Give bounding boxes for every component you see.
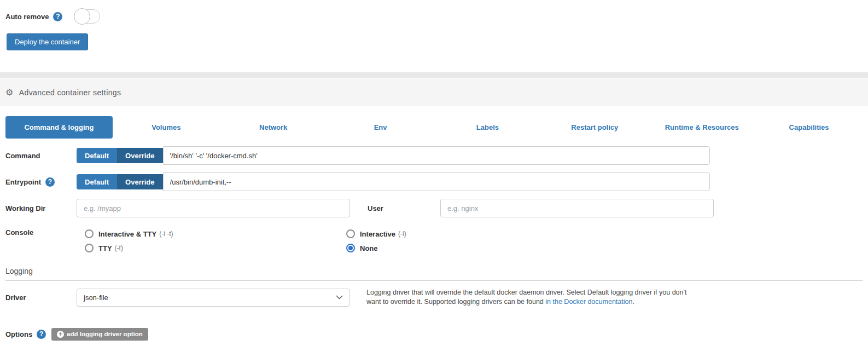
working-dir-label-cell: Working Dir: [5, 204, 77, 212]
console-row: Console Interactive & TTY (-i -t) Intera…: [5, 228, 863, 252]
driver-select-value: json-file: [84, 294, 108, 302]
command-label: Command: [5, 152, 40, 160]
add-logging-driver-option-button[interactable]: + add logging driver option: [51, 328, 148, 341]
logging-section-header: Logging: [5, 267, 863, 280]
entrypoint-label-cell: Entrypoint ?: [5, 177, 77, 187]
user-input[interactable]: [440, 199, 714, 217]
options-label: Options: [5, 330, 32, 338]
workingdir-user-row: Working Dir User: [5, 199, 863, 217]
options-row: Options ? + add logging driver option: [5, 328, 863, 341]
advanced-settings-header: ⚙ Advanced container settings: [0, 79, 868, 106]
tab-network[interactable]: Network: [220, 116, 327, 139]
command-row: Command Default Override: [5, 146, 863, 165]
console-radio-interactive[interactable]: Interactive (-i): [346, 229, 406, 238]
entrypoint-label: Entrypoint: [5, 178, 41, 186]
driver-help-text: Logging driver that will override the de…: [366, 288, 703, 307]
page: Auto remove ? Deploy the container ⚙ Adv…: [0, 0, 868, 341]
driver-label-cell: Driver: [5, 294, 77, 302]
section-title: Advanced container settings: [19, 88, 121, 97]
command-mode-group: Default Override: [77, 148, 163, 163]
tab-bar: Command & logging Volumes Network Env La…: [5, 116, 863, 139]
radio-checked-icon: [346, 244, 355, 252]
auto-remove-row: Auto remove ?: [5, 8, 863, 25]
options-help-icon[interactable]: ?: [37, 330, 46, 339]
entrypoint-mode-group: Default Override: [77, 174, 163, 189]
auto-remove-label: Auto remove: [5, 13, 49, 21]
console-radio-interactive-tty[interactable]: Interactive & TTY (-i -t): [85, 229, 346, 238]
console-radio-tty[interactable]: TTY (-t): [85, 244, 346, 252]
working-dir-label: Working Dir: [5, 204, 45, 212]
auto-remove-help-icon[interactable]: ?: [53, 12, 62, 21]
entrypoint-default-button[interactable]: Default: [77, 174, 117, 189]
auto-remove-toggle[interactable]: [74, 9, 100, 24]
tab-labels[interactable]: Labels: [434, 116, 541, 139]
console-label: Console: [5, 228, 33, 237]
command-label-cell: Command: [5, 152, 77, 160]
radio-icon: [346, 229, 355, 238]
console-options: Interactive & TTY (-i -t) Interactive (-…: [77, 228, 406, 252]
command-default-button[interactable]: Default: [77, 148, 117, 163]
user-label-cell: User: [368, 204, 440, 212]
console-label-cell: Console: [5, 228, 77, 237]
tab-capabilities[interactable]: Capabilities: [755, 116, 863, 139]
section-divider: [0, 72, 868, 79]
driver-select[interactable]: json-file: [77, 289, 350, 307]
radio-icon: [85, 244, 94, 252]
advanced-settings-content: Command & logging Volumes Network Env La…: [0, 116, 868, 341]
deploy-button[interactable]: Deploy the container: [7, 33, 88, 50]
driver-help-after: .: [632, 298, 634, 306]
add-logging-driver-option-label: add logging driver option: [67, 331, 143, 337]
working-dir-input[interactable]: [77, 199, 350, 217]
entrypoint-help-icon[interactable]: ?: [45, 177, 55, 187]
docker-documentation-link[interactable]: in the Docker documentation: [545, 298, 632, 306]
entrypoint-override-button[interactable]: Override: [117, 174, 162, 189]
deploy-section: Auto remove ? Deploy the container: [0, 0, 868, 50]
command-override-button[interactable]: Override: [117, 148, 162, 163]
driver-row: Driver json-file Logging driver that wil…: [5, 288, 863, 307]
tab-runtime-resources[interactable]: Runtime & Resources: [648, 116, 755, 139]
tab-restart-policy[interactable]: Restart policy: [541, 116, 648, 139]
console-radio-none[interactable]: None: [346, 244, 406, 252]
tab-command-logging[interactable]: Command & logging: [5, 116, 113, 139]
logging-section-title: Logging: [5, 267, 33, 275]
plus-circle-icon: +: [57, 331, 64, 338]
entrypoint-input[interactable]: [163, 172, 710, 191]
toggle-knob-icon: [74, 8, 90, 25]
tab-volumes[interactable]: Volumes: [113, 116, 220, 139]
driver-help-before: Logging driver that will override the de…: [366, 289, 686, 306]
radio-icon: [85, 229, 94, 238]
gear-icon: ⚙: [5, 87, 14, 97]
chevron-down-icon: [336, 295, 343, 300]
user-label: User: [368, 204, 383, 212]
tab-env[interactable]: Env: [327, 116, 434, 139]
driver-label: Driver: [5, 294, 26, 302]
command-input[interactable]: [163, 146, 710, 165]
entrypoint-row: Entrypoint ? Default Override: [5, 172, 863, 191]
